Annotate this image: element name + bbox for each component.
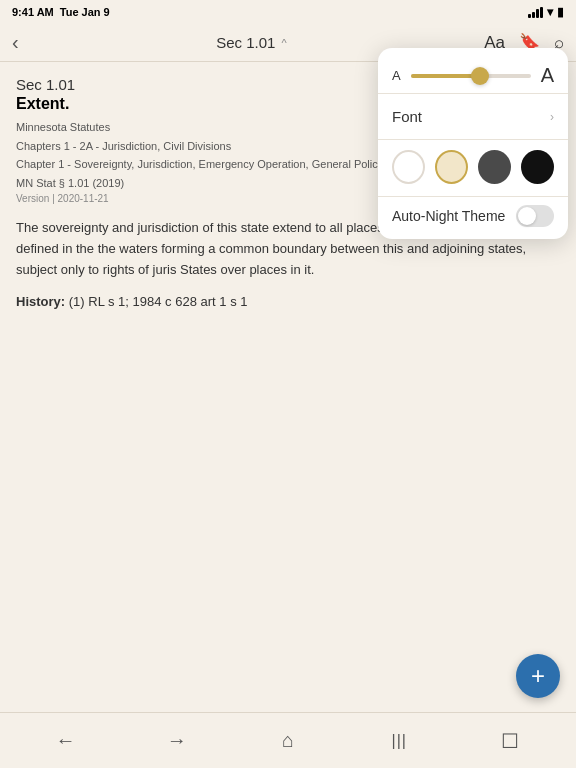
nav-back-icon: ← xyxy=(56,729,76,752)
slider-track xyxy=(411,74,531,78)
toggle-thumb xyxy=(518,207,536,225)
font-size-small-label: A xyxy=(392,68,401,83)
theme-black-button[interactable] xyxy=(521,150,554,184)
font-row[interactable]: Font › xyxy=(378,98,568,135)
nav-toc-icon: ☐ xyxy=(501,729,519,753)
font-size-row: A A xyxy=(378,58,568,89)
font-chevron-icon: › xyxy=(550,110,554,124)
nav-back-button[interactable]: ← xyxy=(10,713,121,768)
history-text: History: (1) RL s 1; 1984 c 628 art 1 s … xyxy=(16,292,560,313)
slider-thumb[interactable] xyxy=(471,67,489,85)
font-size-large-label: A xyxy=(541,64,554,87)
bottom-nav: ← → ⌂ ||| ☐ xyxy=(0,712,576,768)
auto-night-row: Auto-Night Theme xyxy=(378,196,568,239)
wifi-icon: ▾ xyxy=(547,5,553,19)
status-right: ▾ ▮ xyxy=(528,5,564,19)
theme-white-button[interactable] xyxy=(392,150,425,184)
header-title-text: Sec 1.01 xyxy=(216,34,275,51)
header-title-container[interactable]: Sec 1.01 ^ xyxy=(216,34,286,51)
nav-library-icon: ||| xyxy=(391,732,406,750)
signal-icon xyxy=(528,7,543,18)
nav-library-button[interactable]: ||| xyxy=(344,713,455,768)
date-label: Tue Jan 9 xyxy=(60,6,110,18)
auto-night-toggle[interactable] xyxy=(516,205,554,227)
history-value: (1) RL s 1; 1984 c 628 art 1 s 1 xyxy=(69,294,248,309)
popup-divider-2 xyxy=(378,139,568,140)
auto-night-label: Auto-Night Theme xyxy=(392,208,505,224)
history-label: History: xyxy=(16,294,65,309)
font-size-slider-container[interactable] xyxy=(401,74,541,78)
battery-icon: ▮ xyxy=(557,5,564,19)
status-bar: 9:41 AM Tue Jan 9 ▾ ▮ xyxy=(0,0,576,24)
status-left: 9:41 AM Tue Jan 9 xyxy=(12,6,110,18)
font-row-label: Font xyxy=(392,108,422,125)
theme-dark-gray-button[interactable] xyxy=(478,150,511,184)
slider-fill xyxy=(411,74,481,78)
theme-sepia-button[interactable] xyxy=(435,150,468,184)
nav-home-button[interactable]: ⌂ xyxy=(232,713,343,768)
add-fab-button[interactable]: + xyxy=(516,654,560,698)
add-icon: + xyxy=(531,664,545,688)
settings-popup: A A Font › Auto-Night Theme xyxy=(378,48,568,239)
back-button[interactable]: ‹ xyxy=(12,31,19,54)
nav-home-icon: ⌂ xyxy=(282,729,294,752)
header-chevron-icon: ^ xyxy=(281,37,286,49)
popup-divider-1 xyxy=(378,93,568,94)
time-label: 9:41 AM xyxy=(12,6,54,18)
nav-forward-button[interactable]: → xyxy=(121,713,232,768)
nav-forward-icon: → xyxy=(167,729,187,752)
nav-toc-button[interactable]: ☐ xyxy=(455,713,566,768)
theme-row xyxy=(378,144,568,196)
